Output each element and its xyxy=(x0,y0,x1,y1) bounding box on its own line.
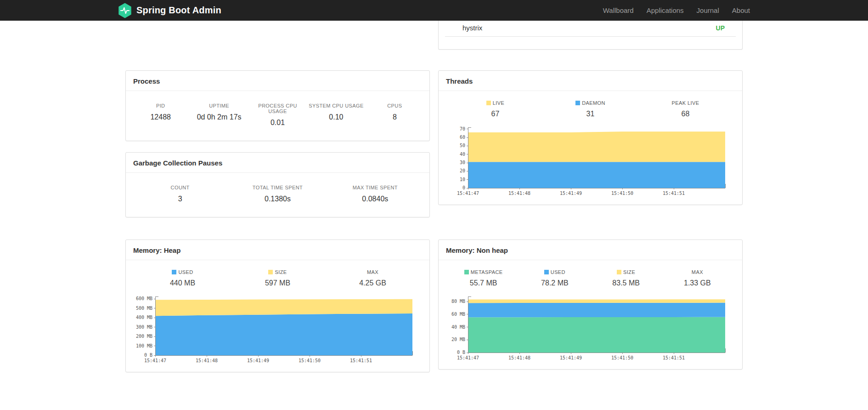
legend-item-used: USED 78.2 MB xyxy=(519,269,590,287)
health-row-hystrix: hystrix UP xyxy=(445,21,736,37)
stat-system-cpu-usage: SYSTEM CPU USAGE 0.10 xyxy=(307,103,365,127)
live-swatch-icon xyxy=(486,101,491,105)
svg-text:100 MB: 100 MB xyxy=(136,343,152,348)
threads-chart: 01020304050607015:41:4715:41:4815:41:491… xyxy=(439,120,742,205)
legend-label: METASPACE xyxy=(448,269,519,275)
legend-item-daemon: DAEMON 31 xyxy=(543,100,638,118)
stat-label: UPTIME xyxy=(190,103,248,108)
stat-value: 0.01 xyxy=(248,119,307,127)
svg-text:15:41:49: 15:41:49 xyxy=(247,358,269,363)
svg-text:600 MB: 600 MB xyxy=(136,296,152,301)
svg-text:15:41:47: 15:41:47 xyxy=(457,191,479,196)
legend-value: 440 MB xyxy=(135,279,230,287)
stat-pid: PID 12488 xyxy=(131,103,190,127)
stat-process-cpu-usage: PROCESS CPU USAGE 0.01 xyxy=(248,103,307,127)
legend-label-text: PEAK LIVE xyxy=(672,100,699,106)
svg-text:15:41:48: 15:41:48 xyxy=(508,355,530,360)
nav-link-applications[interactable]: Applications xyxy=(647,6,684,14)
legend-item-metaspace: METASPACE 55.7 MB xyxy=(448,269,519,287)
svg-text:80 MB: 80 MB xyxy=(451,299,465,304)
gc-panel-heading: Garbage Collection Pauses xyxy=(126,153,429,173)
size-swatch-icon xyxy=(268,270,273,274)
brand-title: Spring Boot Admin xyxy=(136,5,221,16)
stat-value: 3 xyxy=(131,195,229,203)
legend-item-used: USED 440 MB xyxy=(135,269,230,287)
legend-label: MAX xyxy=(662,269,733,275)
legend-label-text: MAX xyxy=(367,269,378,275)
legend-item-live: LIVE 67 xyxy=(448,100,543,118)
svg-text:15:41:50: 15:41:50 xyxy=(611,191,633,196)
used-swatch-icon xyxy=(172,270,176,274)
top-row-right: hystrix UP xyxy=(438,21,743,50)
svg-text:15:41:51: 15:41:51 xyxy=(663,191,685,196)
memory-nonheap-chart: 0 B20 MB40 MB60 MB80 MB15:41:4715:41:481… xyxy=(439,289,742,369)
top-row-left-spacer xyxy=(125,21,430,50)
health-panel: hystrix UP xyxy=(438,21,743,50)
svg-text:0 B: 0 B xyxy=(457,350,465,355)
svg-text:50: 50 xyxy=(460,143,465,148)
svg-text:200 MB: 200 MB xyxy=(136,334,152,339)
threads-panel: Threads LIVE 67 DAEMON xyxy=(438,70,743,205)
health-item-name: hystrix xyxy=(462,24,482,32)
svg-text:15:41:47: 15:41:47 xyxy=(457,355,479,360)
svg-text:15:41:50: 15:41:50 xyxy=(299,358,321,363)
legend-label: USED xyxy=(519,269,590,275)
legend-label-text: DAEMON xyxy=(582,100,605,106)
stat-uptime: UPTIME 0d 0h 2m 17s xyxy=(190,103,248,127)
memory-heap-panel: Memory: Heap USED 440 MB SIZE xyxy=(125,239,430,372)
memory-nonheap-panel-title: Memory: Non heap xyxy=(446,246,735,254)
stat-value: 12488 xyxy=(131,113,190,121)
nav-links: Wallboard Applications Journal About xyxy=(603,6,750,14)
legend-value: 31 xyxy=(543,110,638,118)
stat-gc-max-time: MAX TIME SPENT 0.0840s xyxy=(327,185,424,203)
gc-stats: COUNT 3 TOTAL TIME SPENT 0.1380s MAX TIM… xyxy=(126,173,429,217)
threads-panel-heading: Threads xyxy=(439,71,742,91)
stat-value: 8 xyxy=(366,113,424,121)
legend-item-max: MAX 1.33 GB xyxy=(662,269,733,287)
memory-heap-chart: 0 B100 MB200 MB300 MB400 MB500 MB600 MB1… xyxy=(126,289,429,372)
stat-value: 0.10 xyxy=(307,113,365,121)
nav-link-wallboard[interactable]: Wallboard xyxy=(603,6,634,14)
svg-text:15:41:49: 15:41:49 xyxy=(560,355,582,360)
legend-item-size: SIZE 597 MB xyxy=(230,269,325,287)
stat-cpus: CPUS 8 xyxy=(366,103,424,127)
threads-panel-title: Threads xyxy=(446,77,735,85)
stat-label: PROCESS CPU USAGE xyxy=(248,103,307,114)
gc-panel: Garbage Collection Pauses COUNT 3 TOTAL … xyxy=(125,152,430,217)
metaspace-swatch-icon xyxy=(464,270,469,274)
memory-heap-panel-title: Memory: Heap xyxy=(133,246,422,254)
legend-item-size: SIZE 83.5 MB xyxy=(591,269,662,287)
legend-label: SIZE xyxy=(230,269,325,275)
svg-text:15:41:51: 15:41:51 xyxy=(350,358,372,363)
process-stats: PID 12488 UPTIME 0d 0h 2m 17s PROCESS CP… xyxy=(126,91,429,141)
spring-boot-admin-logo-icon xyxy=(118,3,132,18)
health-status-badge: UP xyxy=(716,24,725,32)
legend-label: SIZE xyxy=(591,269,662,275)
navbar-inner: Spring Boot Admin Wallboard Applications… xyxy=(118,0,750,21)
svg-text:15:41:48: 15:41:48 xyxy=(508,191,530,196)
svg-text:0 B: 0 B xyxy=(144,353,152,358)
row-1-left: Process PID 12488 UPTIME 0d 0h 2m 17s PR… xyxy=(125,70,430,228)
brand-home-link[interactable]: Spring Boot Admin xyxy=(118,3,221,18)
legend-label-text: USED xyxy=(551,269,565,275)
svg-text:0: 0 xyxy=(462,185,465,190)
stat-label: COUNT xyxy=(131,185,229,190)
nav-link-journal[interactable]: Journal xyxy=(697,6,719,14)
svg-text:15:41:47: 15:41:47 xyxy=(144,358,166,363)
svg-text:400 MB: 400 MB xyxy=(136,315,152,320)
legend-item-peak-live: PEAK LIVE 68 xyxy=(638,100,733,118)
legend-label: USED xyxy=(135,269,230,275)
svg-text:300 MB: 300 MB xyxy=(136,325,152,330)
svg-text:15:41:49: 15:41:49 xyxy=(560,191,582,196)
stat-label: MAX TIME SPENT xyxy=(327,185,424,190)
row-2-right: Memory: Non heap METASPACE 55.7 MB USED xyxy=(438,239,743,383)
nav-link-about[interactable]: About xyxy=(732,6,750,14)
stat-gc-count: COUNT 3 xyxy=(131,185,229,203)
heap-legend: USED 440 MB SIZE 597 MB MAX xyxy=(126,260,429,289)
legend-label: PEAK LIVE xyxy=(638,100,733,106)
used-swatch-icon xyxy=(544,270,549,274)
svg-text:40: 40 xyxy=(460,152,465,157)
legend-value: 55.7 MB xyxy=(448,279,519,287)
legend-value: 78.2 MB xyxy=(519,279,590,287)
legend-label: DAEMON xyxy=(543,100,638,106)
